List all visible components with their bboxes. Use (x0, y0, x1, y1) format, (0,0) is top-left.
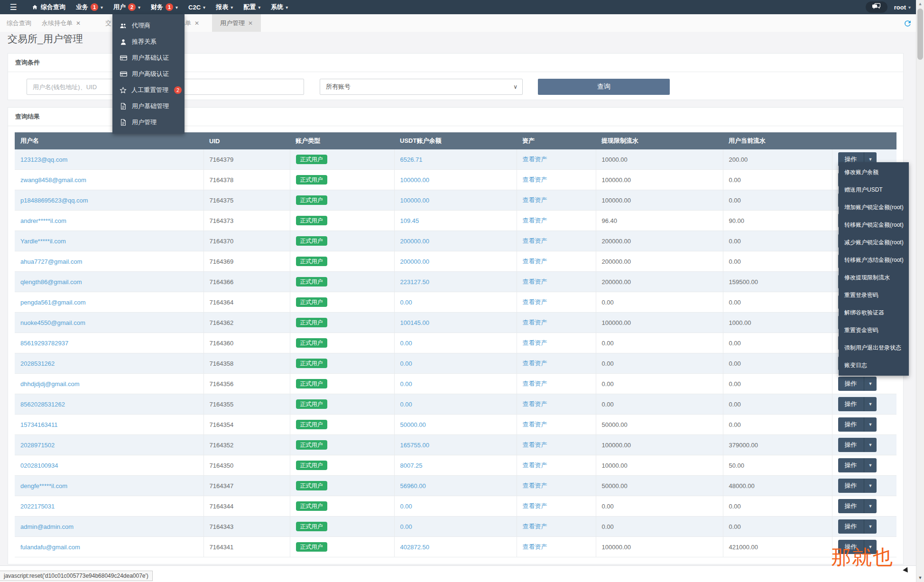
username-link[interactable]: Yardle*****il.com (20, 238, 66, 245)
action-menu-item[interactable]: 转移账户锁定金额(root) (839, 216, 909, 234)
usdt-balance-link[interactable]: 0.00 (400, 401, 412, 408)
usdt-balance-link[interactable]: 8007.25 (400, 462, 423, 469)
scrollbar-thumb[interactable] (917, 9, 923, 60)
usdt-balance-link[interactable]: 0.00 (400, 299, 412, 306)
view-assets-link[interactable]: 查看资产 (523, 400, 547, 407)
vertical-scrollbar[interactable]: ▲ ▼ (916, 0, 924, 582)
row-action-split-button[interactable]: 操作▼ (838, 397, 877, 411)
action-menu-item[interactable]: 重置登录密码 (839, 286, 909, 304)
usdt-balance-link[interactable]: 200000.00 (400, 258, 429, 265)
close-tab-icon[interactable]: ✕ (248, 20, 253, 27)
username-link[interactable]: 15734163411 (20, 421, 58, 428)
nav-item[interactable]: 用户2▾ (108, 0, 146, 14)
row-action-split-button[interactable]: 操作▼ (838, 519, 877, 534)
username-link[interactable]: 2028531262 (20, 360, 55, 367)
action-menu-item[interactable]: 转移账户冻结金额(root) (839, 251, 909, 269)
user-menu-item[interactable]: 用户基础认证 (112, 50, 185, 66)
tab[interactable]: 用户管理✕ (212, 14, 261, 32)
usdt-balance-link[interactable]: 100000.00 (400, 176, 429, 184)
usdt-balance-link[interactable]: 402872.50 (400, 544, 429, 551)
nav-item[interactable]: 业务1▾ (71, 0, 108, 14)
view-assets-link[interactable]: 查看资产 (523, 319, 547, 326)
query-button[interactable]: 查询 (538, 79, 670, 95)
username-link[interactable]: 02028100934 (20, 462, 58, 469)
view-assets-link[interactable]: 查看资产 (523, 217, 547, 224)
view-assets-link[interactable]: 查看资产 (523, 543, 547, 550)
action-button-label[interactable]: 操作 (838, 417, 864, 432)
scroll-up-arrow-icon[interactable]: ▲ (916, 1, 924, 6)
user-menu-item[interactable]: 代理商 (112, 18, 185, 34)
username-link[interactable]: dengfe*****il.com (20, 482, 67, 490)
row-action-split-button[interactable]: 操作▼ (838, 479, 877, 493)
username-link[interactable]: nuoke4550@gmail.com (20, 319, 85, 326)
username-link[interactable]: zwang8458@gmail.com (20, 176, 86, 184)
tab[interactable]: 综合查询 (7, 14, 31, 32)
action-button-label[interactable]: 操作 (838, 397, 864, 411)
usdt-balance-link[interactable]: 100145.00 (400, 319, 429, 326)
action-menu-item[interactable]: 解绑谷歌验证器 (839, 304, 909, 322)
view-assets-link[interactable]: 查看资产 (523, 462, 547, 469)
nav-item[interactable]: 报表▾ (211, 0, 238, 14)
usdt-balance-link[interactable]: 100000.00 (400, 197, 429, 204)
usdt-balance-link[interactable]: 6526.71 (400, 156, 423, 163)
view-assets-link[interactable]: 查看资产 (523, 156, 547, 163)
username-link[interactable]: fulandafu@gmail.com (20, 544, 80, 551)
user-menu-item[interactable]: 推荐关系 (112, 34, 185, 50)
chevron-down-icon[interactable]: ▼ (864, 479, 877, 493)
username-link[interactable]: p18488695623@qq.com (20, 197, 88, 204)
refresh-icon[interactable] (903, 19, 912, 30)
usdt-balance-link[interactable]: 50000.00 (400, 421, 426, 428)
row-action-split-button[interactable]: 操作▼ (838, 417, 877, 432)
chevron-down-icon[interactable]: ▼ (864, 499, 877, 513)
user-menu-item[interactable]: 用户管理 (112, 114, 185, 130)
action-menu-item[interactable]: 重置资金密码 (839, 322, 909, 339)
view-assets-link[interactable]: 查看资产 (523, 502, 547, 509)
action-menu-item[interactable]: 强制用户退出登录状态 (839, 339, 909, 357)
close-tab-icon[interactable]: ✕ (76, 20, 81, 27)
usdt-balance-link[interactable]: 0.00 (400, 340, 412, 347)
usdt-balance-link[interactable]: 223127.50 (400, 278, 429, 286)
user-menu-item[interactable]: 用户高级认证 (112, 66, 185, 82)
tab[interactable]: 交 (105, 14, 111, 32)
chevron-down-icon[interactable]: ▼ (864, 417, 877, 432)
view-assets-link[interactable]: 查看资产 (523, 380, 547, 387)
action-button-label[interactable]: 操作 (838, 499, 864, 513)
username-link[interactable]: 85619293782937 (20, 340, 68, 347)
action-menu-item[interactable]: 修改账户余额 (839, 164, 909, 181)
view-assets-link[interactable]: 查看资产 (523, 482, 547, 489)
action-button-label[interactable]: 操作 (838, 458, 864, 472)
view-assets-link[interactable]: 查看资产 (523, 278, 547, 285)
user-account-menu[interactable]: root ▾ (894, 4, 911, 11)
action-button-label[interactable]: 操作 (838, 438, 864, 452)
action-button-label[interactable]: 操作 (838, 377, 864, 391)
usdt-balance-link[interactable]: 200000.00 (400, 238, 429, 245)
user-menu-item[interactable]: 用户基础管理 (112, 98, 185, 114)
username-link[interactable]: 123123@qq.com (20, 156, 67, 163)
username-link[interactable]: qlength86@gmail.com (20, 278, 82, 286)
usdt-balance-link[interactable]: 0.00 (400, 360, 412, 367)
view-assets-link[interactable]: 查看资产 (523, 441, 547, 448)
view-assets-link[interactable]: 查看资产 (523, 339, 547, 346)
username-link[interactable]: admin@admin.com (20, 523, 74, 530)
hamburger-menu-icon[interactable]: ☰ (0, 0, 27, 14)
usdt-balance-link[interactable]: 0.00 (400, 380, 412, 388)
row-action-split-button[interactable]: 操作▼ (838, 438, 877, 452)
action-button-label[interactable]: 操作 (838, 479, 864, 493)
chevron-down-icon[interactable]: ▼ (864, 397, 877, 411)
view-assets-link[interactable]: 查看资产 (523, 176, 547, 183)
username-link[interactable]: 2022175031 (20, 503, 55, 510)
chevron-down-icon[interactable]: ▼ (864, 438, 877, 452)
view-assets-link[interactable]: 查看资产 (523, 421, 547, 428)
usdt-balance-link[interactable]: 0.00 (400, 503, 412, 510)
username-link[interactable]: 8562028531262 (20, 401, 65, 408)
username-link[interactable]: andrer*****il.com (20, 217, 66, 224)
view-assets-link[interactable]: 查看资产 (523, 237, 547, 244)
action-menu-item[interactable]: 赠送用户USDT (839, 181, 909, 199)
view-assets-link[interactable]: 查看资产 (523, 196, 547, 203)
view-assets-link[interactable]: 查看资产 (523, 298, 547, 305)
usdt-balance-link[interactable]: 165755.00 (400, 442, 429, 449)
row-action-split-button[interactable]: 操作▼ (838, 458, 877, 472)
nav-item[interactable]: 财务1▾ (146, 0, 183, 14)
nav-item[interactable]: 系统▾ (266, 0, 293, 14)
action-menu-item[interactable]: 修改提现限制流水 (839, 269, 909, 286)
